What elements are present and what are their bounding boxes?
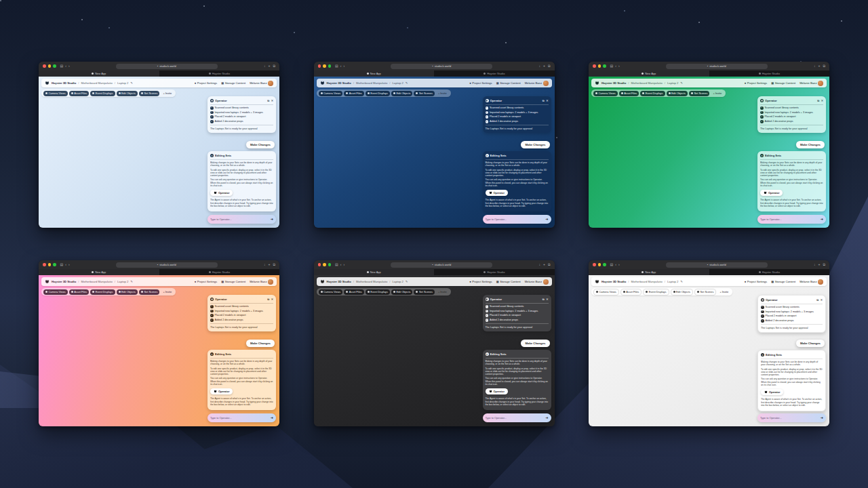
breadcrumb-set[interactable]: Laptop 2 (117, 81, 128, 85)
toolbar-button-edit-objects[interactable]: Edit Objects (391, 289, 412, 295)
new-tab-icon[interactable]: + (818, 64, 820, 68)
make-changes-button[interactable]: Make Changes (521, 340, 549, 347)
project-settings-button[interactable]: ● Project Settings (195, 81, 217, 85)
close-window-button[interactable] (43, 64, 46, 68)
user-menu[interactable]: Melanie Baez (525, 279, 549, 285)
toolbar-button-event-displays[interactable]: Event Displays (640, 91, 665, 96)
avatar[interactable] (268, 279, 273, 285)
toolbar-button-event-displays[interactable]: Event Displays (90, 289, 115, 295)
storage-content-button[interactable]: ▦ Storage Content (496, 280, 521, 283)
toolbar-button-event-displays[interactable]: Event Displays (366, 289, 390, 295)
tab-new-app[interactable]: New App (314, 70, 435, 77)
invite-button[interactable]: + Invite (436, 289, 449, 295)
avatar[interactable] (543, 279, 549, 285)
sidebar-toggle-icon[interactable]: ▤ (60, 64, 64, 68)
close-panel-icon[interactable]: ✕ (271, 99, 273, 102)
close-panel-icon[interactable]: ✕ (821, 298, 823, 302)
expand-panel-icon[interactable]: ⧉ (542, 99, 545, 102)
toolbar-button-set-scenes[interactable]: Set Scenes (139, 91, 159, 96)
sidebar-toggle-icon[interactable]: ▤ (610, 263, 614, 266)
download-icon[interactable]: ↓ (264, 64, 266, 68)
breadcrumb-project[interactable]: Motherboard Manipulatio (356, 280, 387, 283)
avatar[interactable] (818, 279, 823, 285)
toolbar-button-event-displays[interactable]: Event Displays (643, 289, 669, 296)
storage-content-button[interactable]: ▦ Storage Content (496, 81, 521, 85)
close-panel-icon[interactable]: ✕ (546, 298, 548, 301)
tab-hoyster-studio[interactable]: Hoyster Studio (434, 70, 555, 77)
rename-pencil-icon[interactable]: ✎ (130, 280, 133, 283)
toolbar-button-asset-files[interactable]: Asset Files (344, 289, 364, 295)
expand-panel-icon[interactable]: ⧉ (817, 99, 819, 102)
rename-pencil-icon[interactable]: ✎ (406, 81, 408, 85)
copy-tabs-icon[interactable]: ⧉ (548, 64, 551, 68)
breadcrumb-project[interactable]: Motherboard Manipulatio (81, 280, 112, 283)
send-arrow-icon[interactable]: ➔ (271, 218, 273, 221)
back-icon[interactable]: ‹ (340, 263, 342, 266)
close-window-button[interactable] (593, 263, 596, 266)
toolbar-button-edit-objects[interactable]: Edit Objects (667, 91, 688, 96)
expand-panel-icon[interactable]: ⧉ (542, 298, 545, 301)
rename-pencil-icon[interactable]: ✎ (406, 280, 408, 283)
back-icon[interactable]: ‹ (340, 64, 342, 68)
operator-pill-button[interactable]: Operator (486, 388, 508, 394)
browser-window[interactable]: ▤ ‹ › • studio.k.world ↓ + ⧉ New App Hoy… (314, 62, 555, 228)
invite-button[interactable]: + Invite (161, 91, 174, 96)
close-window-button[interactable] (318, 64, 321, 68)
toolbar-button-set-scenes[interactable]: Set Scenes (689, 91, 709, 96)
forward-icon[interactable]: › (343, 64, 344, 68)
make-changes-button[interactable]: Make Changes (796, 340, 825, 347)
toolbar-button-asset-files[interactable]: Asset Files (619, 91, 639, 96)
sidebar-toggle-icon[interactable]: ▤ (335, 263, 338, 266)
project-settings-button[interactable]: ● Project Settings (469, 81, 492, 85)
close-panel-icon[interactable]: ✕ (546, 99, 548, 102)
tab-hoyster-studio[interactable]: Hoyster Studio (434, 269, 555, 275)
toolbar-button-edit-objects[interactable]: Edit Objects (391, 91, 412, 96)
sidebar-toggle-icon[interactable]: ▤ (60, 263, 64, 266)
url-bar[interactable]: • studio.k.world (391, 64, 492, 69)
url-bar[interactable]: • studio.k.world (666, 64, 768, 69)
make-changes-button[interactable]: Make Changes (796, 141, 825, 148)
toolbar-button-edit-objects[interactable]: Edit Objects (117, 91, 138, 96)
copy-tabs-icon[interactable]: ⧉ (273, 263, 275, 266)
toolbar-button-event-displays[interactable]: Event Displays (90, 91, 115, 96)
operator-pill-button[interactable]: Operator (760, 190, 783, 196)
back-icon[interactable]: ‹ (65, 263, 66, 266)
storage-content-button[interactable]: ▦ Storage Content (221, 280, 245, 283)
close-window-button[interactable] (318, 263, 321, 266)
toolbar-button-camera-views[interactable]: Camera Views (43, 91, 68, 96)
user-menu[interactable]: Melanie Baez (250, 279, 273, 285)
tab-hoyster-studio[interactable]: Hoyster Studio (159, 269, 280, 275)
avatar[interactable] (268, 81, 273, 86)
close-panel-icon[interactable]: ✕ (271, 298, 273, 301)
toolbar-button-set-scenes[interactable]: Set Scenes (414, 289, 434, 295)
minimize-window-button[interactable] (323, 64, 326, 68)
toolbar-button-set-scenes[interactable]: Set Scenes (139, 289, 159, 295)
breadcrumb-project[interactable]: Motherboard Manipulatio (81, 81, 112, 85)
avatar[interactable] (543, 81, 549, 86)
zoom-window-button[interactable] (53, 64, 56, 68)
send-arrow-icon[interactable]: ➔ (821, 416, 823, 420)
forward-icon[interactable]: › (618, 64, 620, 68)
forward-icon[interactable]: › (68, 64, 70, 68)
storage-content-button[interactable]: ▦ Storage Content (221, 81, 245, 85)
expand-panel-icon[interactable]: ⧉ (267, 99, 269, 102)
tab-hoyster-studio[interactable]: Hoyster Studio (709, 269, 830, 275)
back-icon[interactable]: ‹ (615, 64, 616, 68)
breadcrumb-set[interactable]: Laptop 2 (117, 280, 128, 283)
toolbar-button-asset-files[interactable]: Asset Files (344, 91, 364, 96)
storage-content-button[interactable]: ▦ Storage Content (771, 280, 795, 283)
breadcrumb-set[interactable]: Laptop 2 (667, 280, 678, 283)
copy-tabs-icon[interactable]: ⧉ (823, 64, 825, 68)
send-arrow-icon[interactable]: ➔ (821, 218, 823, 221)
send-arrow-icon[interactable]: ➔ (271, 416, 273, 420)
chat-input[interactable] (210, 218, 271, 221)
make-changes-button[interactable]: Make Changes (246, 340, 275, 347)
invite-button[interactable]: + Invite (161, 289, 174, 295)
operator-pill-button[interactable]: Operator (486, 190, 508, 196)
breadcrumb-set[interactable]: Laptop 2 (392, 81, 403, 85)
operator-pill-button[interactable]: Operator (761, 389, 783, 395)
sidebar-toggle-icon[interactable]: ▤ (610, 64, 614, 68)
new-tab-icon[interactable]: + (543, 64, 545, 68)
download-icon[interactable]: ↓ (538, 64, 540, 68)
new-tab-icon[interactable]: + (818, 263, 820, 266)
